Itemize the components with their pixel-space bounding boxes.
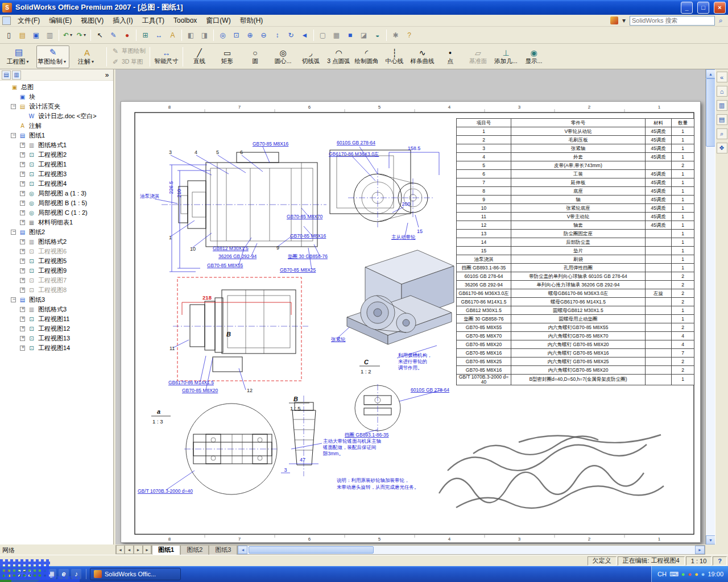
expander-icon[interactable] [20,307,25,312]
tree-item-view12[interactable]: ⊡工程视图12 [2,324,113,334]
table-button[interactable]: ⊞ [139,28,152,41]
zoom-area-button[interactable]: ⊡ [230,28,243,41]
graphics-area[interactable]: 87654321 87654321 [115,69,705,544]
expander-icon[interactable] [20,239,25,244]
scrollbar-thumb[interactable] [706,78,715,147]
menu-window[interactable]: 窗口(W) [201,15,235,27]
feature-manager-tab-icon[interactable]: ▤ [2,70,11,80]
circle-button[interactable]: ○圆 [242,45,268,68]
tab-annotation[interactable]: A注解▾ [71,45,104,68]
tree-item-view6[interactable]: ⊡工程视图6 [2,247,113,256]
tab-sheet2[interactable]: 图纸2 [180,545,209,555]
new-button[interactable]: ▯ [2,28,15,41]
tree-item-sheet3[interactable]: ▤图纸3 [2,295,113,305]
expander-icon[interactable] [20,191,25,196]
undo-button[interactable]: ↶▾ [61,28,75,41]
next-sheet-icon[interactable]: ► [134,545,143,554]
tree-item-annotations[interactable]: A注解 [2,121,113,131]
display-state-button[interactable]: ◒ [371,28,384,41]
dimension-button[interactable]: ↔ [152,28,166,41]
menu-file[interactable]: 文件(F) [13,15,44,27]
options-button[interactable]: ✱ [389,28,402,41]
taskbar-task-solidworks[interactable]: SolidWorks Offic... [90,568,181,580]
tree-item-view7[interactable]: ⊡工程视图7 [2,276,113,285]
expander-icon[interactable] [20,249,25,254]
tree-item-design-binder[interactable]: ▤设计活页夹 [2,102,113,111]
menu-tools[interactable]: 工具(T) [138,15,169,27]
select-button[interactable]: ↖ [93,28,106,41]
chevron-down-icon[interactable]: ▾ [620,16,628,25]
menu-help[interactable]: 帮助(H) [235,15,268,27]
input-language-badge[interactable]: CH [657,571,667,577]
expander-icon[interactable] [20,288,25,293]
collapse-pane-icon[interactable]: « [717,72,727,82]
chevron-down-icon[interactable]: ▾ [70,32,74,38]
expander-icon[interactable] [20,210,25,215]
tab-drawing[interactable]: ▤工程图▾ [2,45,35,68]
expander-icon[interactable] [20,172,25,177]
search-icon[interactable]: ⌕ [717,128,727,139]
search-icon[interactable]: ⌕ [717,16,725,25]
expander-icon[interactable] [20,346,25,351]
scroll-down-icon[interactable]: ▼ [706,535,715,544]
tree-item-view3[interactable]: ⊡工程视图3 [2,169,113,179]
menu-view[interactable]: 视图(V) [76,15,108,27]
view-palette-icon[interactable]: ❖ [717,143,727,153]
display-relations-button[interactable]: ◉显示... [520,45,547,68]
section-view-button[interactable]: ◪ [357,28,370,41]
last-sheet-icon[interactable]: ► [143,545,152,554]
design-library-icon[interactable]: ▥ [717,100,727,111]
search-input[interactable] [630,16,715,26]
tree-item-sheet-format2[interactable]: ▥图纸格式2 [2,237,113,247]
help-button[interactable]: ? [403,28,416,41]
tree-item-view14[interactable]: ⊡工程视图14 [2,343,113,353]
tree-item-view13[interactable]: ⊡工程视图13 [2,334,113,343]
centerline-button[interactable]: ┆中心线 [381,45,408,68]
pan-button[interactable]: ↕ [271,28,284,41]
keyboard-icon[interactable]: ⌨ [669,571,679,578]
property-manager-tab-icon[interactable]: ▥ [12,70,21,80]
tree-root[interactable]: ▣总图 [2,82,113,92]
expander-icon[interactable] [11,133,16,138]
tree-item-view11[interactable]: ⊡工程视图11 [2,314,113,324]
file-explorer-icon[interactable]: ▤ [717,114,727,125]
previous-view-button[interactable]: ◄ [298,28,311,41]
expander-icon[interactable] [20,143,25,148]
bom-table[interactable]: 项目号 零件号 材料 数量 1V带轮从动轮45调质12毛刷压板45调质13张紧轴… [456,118,694,385]
expander-icon[interactable] [20,181,25,186]
tree-item-view2[interactable]: ⊡工程视图2 [2,150,113,160]
wireframe-button[interactable]: ▢ [316,28,329,41]
tree-item-detail-a[interactable]: ◎局部视图 a (1 : 3) [2,189,113,198]
expander-icon[interactable] [11,230,16,235]
sketch-fillet-button[interactable]: ◜绘制圆角 [353,45,380,68]
tab-sheet1[interactable]: 图纸1 [152,545,180,555]
sketch-tool-button[interactable]: ✎草图绘制 [110,46,147,57]
sketch-button[interactable]: ✎ [107,28,120,41]
resources-icon[interactable]: ⌂ [717,86,727,97]
expander-icon[interactable] [20,317,25,322]
expander-icon[interactable] [20,268,25,273]
expander-icon[interactable] [20,152,25,157]
tree-item-detail-b[interactable]: ◎局部视图 B (1 : 5) [2,198,113,208]
smart-dimension-button[interactable]: ↔智能尺寸 [153,45,180,68]
rectangle-button[interactable]: ▭矩形 [214,45,241,68]
drawing-sheet[interactable]: 87654321 87654321 [121,101,701,543]
open-button[interactable]: ▤ [16,28,29,41]
tree-item-sheet-format3[interactable]: ▥图纸格式3 [2,305,113,314]
line-button[interactable]: ╱直线 [186,45,213,68]
expander-icon[interactable] [11,297,16,302]
add-relation-button[interactable]: ⊥添加几... [493,45,519,68]
chevron-down-icon[interactable]: ▾ [84,32,88,38]
tab-sketch[interactable]: ✎草图绘制▾ [36,45,69,68]
shaded-button[interactable]: ■ [344,28,357,41]
centerpoint-circle-button[interactable]: ◎圆心... [270,45,296,68]
view-orientation-button[interactable]: ◨ [198,28,211,41]
plane-button[interactable]: ▱基准面 [465,45,491,68]
document-icon[interactable] [2,16,11,25]
minimize-button[interactable]: _ [681,2,693,14]
scroll-right-icon[interactable]: ► [695,546,705,554]
scroll-left-icon[interactable]: ◄ [238,546,247,554]
vertical-scrollbar[interactable]: ▲ ▼ [705,69,715,544]
tree-item-bom[interactable]: ▦材料明细表1 [2,218,113,227]
first-sheet-icon[interactable]: ◄ [115,545,125,554]
